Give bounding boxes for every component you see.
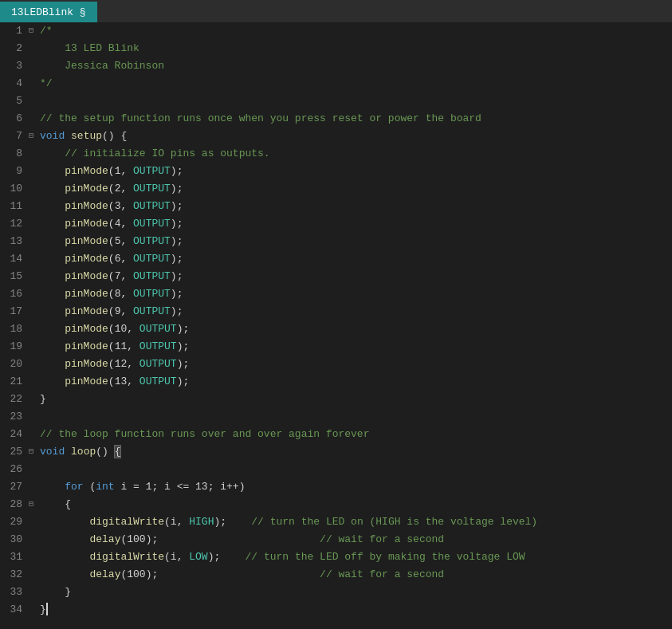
- code-tokens: for (int i = 1; i <= 13; i++): [37, 478, 672, 496]
- code-tokens: pinMode(12, OUTPUT);: [37, 356, 672, 373]
- code-line: 6// the setup function runs once when yo…: [0, 110, 672, 128]
- code-line: 31 digitalWrite(i, LOW); // turn the LED…: [0, 548, 672, 566]
- code-tokens: // the loop function runs over and over …: [37, 426, 672, 443]
- code-line: 11 pinMode(3, OUTPUT);: [0, 198, 672, 215]
- code-line: 28⊟ {: [0, 496, 672, 513]
- code-line: 15 pinMode(7, OUTPUT);: [0, 268, 672, 285]
- line-number: 30: [0, 531, 29, 548]
- code-editor[interactable]: 1⊟/*2 13 LED Blink3 Jessica Robinson4*/5…: [0, 22, 672, 629]
- code-tokens: digitalWrite(i, LOW); // turn the LED of…: [37, 548, 672, 566]
- code-tokens: digitalWrite(i, HIGH); // turn the LED o…: [37, 513, 672, 531]
- line-number: 24: [0, 426, 29, 443]
- code-line: 27 for (int i = 1; i <= 13; i++): [0, 478, 672, 496]
- code-line: 1⊟/*: [0, 22, 672, 40]
- line-number: 29: [0, 513, 29, 531]
- line-number: 4: [0, 75, 29, 92]
- line-number: 1: [0, 22, 29, 40]
- line-number: 31: [0, 548, 29, 566]
- line-number: 11: [0, 198, 29, 215]
- code-tokens: pinMode(4, OUTPUT);: [37, 215, 672, 233]
- line-number: 14: [0, 250, 29, 268]
- code-tokens: 13 LED Blink: [37, 40, 672, 57]
- code-tokens: // the setup function runs once when you…: [37, 110, 672, 128]
- line-number: 6: [0, 110, 29, 128]
- line-number: 34: [0, 601, 29, 619]
- code-line: 3 Jessica Robinson: [0, 57, 672, 75]
- fold-icon[interactable]: ⊟: [29, 496, 37, 513]
- code-line: 14 pinMode(6, OUTPUT);: [0, 250, 672, 268]
- code-line: 4*/: [0, 75, 672, 92]
- code-line: 29 digitalWrite(i, HIGH); // turn the LE…: [0, 513, 672, 531]
- code-tokens: pinMode(2, OUTPUT);: [37, 180, 672, 198]
- code-line: 7⊟void setup() {: [0, 128, 672, 145]
- line-number: 15: [0, 268, 29, 285]
- code-line: 10 pinMode(2, OUTPUT);: [0, 180, 672, 198]
- line-number: 25: [0, 443, 29, 461]
- code-tokens: void loop() {: [37, 443, 672, 461]
- code-line: 2 13 LED Blink: [0, 40, 672, 57]
- line-number: 21: [0, 373, 29, 391]
- code-line: 24// the loop function runs over and ove…: [0, 426, 672, 443]
- code-tokens: pinMode(11, OUTPUT);: [37, 338, 672, 356]
- code-line: 26: [0, 461, 672, 478]
- line-number: 10: [0, 180, 29, 198]
- code-tokens: pinMode(5, OUTPUT);: [37, 233, 672, 250]
- code-tokens: pinMode(3, OUTPUT);: [37, 198, 672, 215]
- line-number: 7: [0, 128, 29, 145]
- code-tokens: {: [37, 496, 672, 513]
- code-tokens: void setup() {: [37, 128, 672, 145]
- code-tokens: pinMode(9, OUTPUT);: [37, 303, 672, 320]
- code-line: 13 pinMode(5, OUTPUT);: [0, 233, 672, 250]
- line-number: 32: [0, 566, 29, 584]
- code-tokens: delay(100); // wait for a second: [37, 566, 672, 584]
- active-tab[interactable]: 13LEDBlink §: [0, 2, 97, 22]
- code-line: 33 }: [0, 584, 672, 601]
- line-number: 28: [0, 496, 29, 513]
- code-tokens: pinMode(13, OUTPUT);: [37, 373, 672, 391]
- line-number: 18: [0, 320, 29, 338]
- line-number: 13: [0, 233, 29, 250]
- code-tokens: }: [37, 601, 672, 619]
- fold-icon[interactable]: ⊟: [29, 128, 37, 145]
- code-line: 5: [0, 92, 672, 110]
- line-number: 2: [0, 40, 29, 57]
- code-tokens: /*: [37, 22, 672, 40]
- line-number: 12: [0, 215, 29, 233]
- line-number: 9: [0, 163, 29, 180]
- code-line: 32 delay(100); // wait for a second: [0, 566, 672, 584]
- code-line: 16 pinMode(8, OUTPUT);: [0, 285, 672, 303]
- line-number: 5: [0, 92, 29, 110]
- line-number: 26: [0, 461, 29, 478]
- fold-icon[interactable]: ⊟: [29, 443, 37, 461]
- line-number: 33: [0, 584, 29, 601]
- code-line: 22}: [0, 391, 672, 408]
- code-tokens: }: [37, 391, 672, 408]
- code-tokens: }: [37, 584, 672, 601]
- line-number: 27: [0, 478, 29, 496]
- code-tokens: Jessica Robinson: [37, 57, 672, 75]
- code-line: 19 pinMode(11, OUTPUT);: [0, 338, 672, 356]
- code-line: 9 pinMode(1, OUTPUT);: [0, 163, 672, 180]
- code-tokens: pinMode(6, OUTPUT);: [37, 250, 672, 268]
- line-number: 3: [0, 57, 29, 75]
- code-line: 25⊟void loop() {: [0, 443, 672, 461]
- line-number: 20: [0, 356, 29, 373]
- code-tokens: pinMode(10, OUTPUT);: [37, 320, 672, 338]
- tab-bar: 13LEDBlink §: [0, 0, 672, 22]
- fold-icon[interactable]: ⊟: [29, 22, 37, 40]
- code-tokens: delay(100); // wait for a second: [37, 531, 672, 548]
- code-line: 30 delay(100); // wait for a second: [0, 531, 672, 548]
- code-line: 21 pinMode(13, OUTPUT);: [0, 373, 672, 391]
- line-number: 19: [0, 338, 29, 356]
- code-line: 23: [0, 408, 672, 426]
- code-tokens: // initialize IO pins as outputs.: [37, 145, 672, 163]
- line-number: 8: [0, 145, 29, 163]
- code-tokens: pinMode(7, OUTPUT);: [37, 268, 672, 285]
- line-number: 17: [0, 303, 29, 320]
- code-tokens: pinMode(8, OUTPUT);: [37, 285, 672, 303]
- code-line: 12 pinMode(4, OUTPUT);: [0, 215, 672, 233]
- code-tokens: pinMode(1, OUTPUT);: [37, 163, 672, 180]
- code-line: 34}: [0, 601, 672, 619]
- code-line: 8 // initialize IO pins as outputs.: [0, 145, 672, 163]
- code-line: 20 pinMode(12, OUTPUT);: [0, 356, 672, 373]
